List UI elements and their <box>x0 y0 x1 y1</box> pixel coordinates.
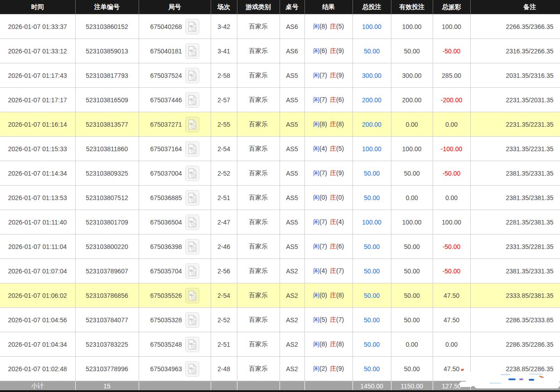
valid-bet-cell: 0.00 <box>391 186 433 210</box>
video-replay-button[interactable] <box>185 215 199 230</box>
time-cell: 2026-01-07 01:14:34 <box>0 161 75 186</box>
table-no-cell: AS6 <box>280 14 304 39</box>
session-cell: 2-54 <box>211 137 237 161</box>
session-cell: 2-54 <box>211 283 237 308</box>
round-no-cell: 675035704 <box>139 259 211 283</box>
table-no-cell: AS2 <box>280 332 304 357</box>
video-replay-button[interactable] <box>185 312 199 328</box>
table-no-cell: AS5 <box>280 210 304 234</box>
table-row[interactable]: 2026-01-07 01:33:37 523103860152 6750402… <box>0 14 560 39</box>
player-result-points: (0) <box>319 292 327 299</box>
round-no-value: 675040181 <box>150 48 182 55</box>
remark-cell: 2381.35/2331.35 <box>470 259 560 283</box>
bet-no-cell: 523103813577 <box>75 112 139 137</box>
table-row[interactable]: 2026-01-07 01:17:43 523103817793 6750375… <box>0 63 560 88</box>
round-no-value: 675037164 <box>150 145 182 153</box>
table-row[interactable]: 2026-01-07 01:04:34 523103783225 6750352… <box>0 332 560 357</box>
result-cell: 闲(0)庄(0) <box>304 186 352 210</box>
game-type-cell: 百家乐 <box>237 88 280 112</box>
video-replay-button[interactable] <box>185 288 199 303</box>
table-row[interactable]: 2026-01-07 01:07:04 523103789607 6750357… <box>0 259 560 283</box>
video-replay-button[interactable] <box>185 166 199 181</box>
game-type-cell: 百家乐 <box>237 63 280 88</box>
video-replay-button[interactable] <box>185 337 199 352</box>
session-cell: 2-51 <box>211 332 237 357</box>
session-cell: 2-57 <box>211 88 237 112</box>
remark-cell: 2266.35/2366.35 <box>470 14 560 39</box>
subtotal-count: 15 <box>75 381 139 391</box>
result-cell: 闲(8)庄(8) <box>304 332 352 357</box>
banker-result-label: 庄 <box>330 340 336 348</box>
table-row[interactable]: 2026-01-07 01:04:56 523103784077 6750353… <box>0 308 560 332</box>
session-cell: 3-42 <box>211 14 237 39</box>
time-cell: 2026-01-07 01:33:12 <box>0 39 75 63</box>
table-row[interactable]: 2026-01-07 01:06:02 523103786856 6750355… <box>0 283 560 308</box>
player-result-points: (2) <box>319 365 327 372</box>
game-type-cell: 百家乐 <box>237 234 280 259</box>
video-replay-button[interactable] <box>185 239 199 254</box>
table-row[interactable]: 2026-01-07 01:14:34 523103809325 6750370… <box>0 161 560 186</box>
player-result-label: 闲 <box>313 96 319 103</box>
video-replay-button[interactable] <box>185 141 199 157</box>
table-row[interactable]: 2026-01-07 01:17:17 523103816509 6750374… <box>0 88 560 112</box>
remark-cell: 2231.35/2231.35 <box>470 112 560 137</box>
artifact-dash <box>519 378 523 380</box>
player-result-label: 闲 <box>313 194 319 201</box>
payout-cell: -200.00 <box>433 88 470 112</box>
table-no-cell: AS2 <box>280 283 304 308</box>
banker-result-points: (7) <box>336 267 344 274</box>
video-replay-button[interactable] <box>185 117 199 132</box>
banker-result-points: (9) <box>336 169 344 177</box>
game-type-cell: 百家乐 <box>237 357 280 381</box>
table-no-cell: AS2 <box>280 357 304 381</box>
video-replay-button[interactable] <box>185 361 199 377</box>
video-replay-button[interactable] <box>185 19 199 34</box>
player-result-points: (7) <box>319 169 327 177</box>
game-type-cell: 百家乐 <box>237 112 280 137</box>
round-no-value: 675035328 <box>150 316 182 324</box>
bet-no-cell: 523103860152 <box>75 14 139 39</box>
session-cell: 2-46 <box>211 234 237 259</box>
video-replay-button[interactable] <box>185 263 199 279</box>
table-no-cell: AS5 <box>280 234 304 259</box>
video-file-icon <box>188 290 197 301</box>
round-no-cell: 675040181 <box>139 39 211 63</box>
table-row[interactable]: 2026-01-07 01:11:40 523103801709 6750365… <box>0 210 560 234</box>
table-row[interactable]: 2026-01-07 01:15:33 523103811860 6750371… <box>0 137 560 161</box>
session-cell: 2-56 <box>211 259 237 283</box>
artifact-dash <box>529 379 534 381</box>
result-cell: 闲(7)庄(9) <box>304 161 352 186</box>
player-result-points: (7) <box>319 218 327 225</box>
session-cell: 2-58 <box>211 63 237 88</box>
video-replay-button[interactable] <box>185 190 199 206</box>
table-row[interactable]: 2026-01-07 01:16:14 523103813577 6750372… <box>0 112 560 137</box>
player-result-label: 闲 <box>313 169 319 177</box>
time-cell: 2026-01-07 01:17:17 <box>0 88 75 112</box>
time-cell: 2026-01-07 01:04:56 <box>0 308 75 332</box>
payout-cell: -50.00 <box>433 234 470 259</box>
result-cell: 闲(5)庄(7) <box>304 308 352 332</box>
video-replay-button[interactable] <box>185 68 199 83</box>
banker-result-points: (7) <box>336 316 344 323</box>
valid-bet-cell: 50.00 <box>391 234 433 259</box>
round-no-value: 675035248 <box>150 341 182 348</box>
column-header-result: 结果 <box>304 0 352 14</box>
session-cell: 2-51 <box>211 186 237 210</box>
video-replay-button[interactable] <box>185 92 199 108</box>
table-row[interactable]: 2026-01-07 01:11:04 523103800220 6750363… <box>0 234 560 259</box>
round-no-cell: 675037004 <box>139 161 211 186</box>
bet-no-cell: 523103784077 <box>75 308 139 332</box>
total-bet-cell: 50.00 <box>352 332 391 357</box>
video-replay-button[interactable] <box>185 43 199 59</box>
payout-cell: 47.50 <box>433 357 470 381</box>
player-result-points: (0) <box>319 194 327 201</box>
valid-bet-cell: 100.00 <box>391 210 433 234</box>
table-row[interactable]: 2026-01-07 01:33:12 523103859013 6750401… <box>0 39 560 63</box>
round-no-cell: 675037524 <box>139 63 211 88</box>
table-row[interactable]: 2026-01-07 01:13:53 523103807512 6750368… <box>0 186 560 210</box>
banker-result-label: 庄 <box>330 72 336 79</box>
total-bet-cell: 50.00 <box>352 186 391 210</box>
game-type-cell: 百家乐 <box>237 308 280 332</box>
banker-result-points: (9) <box>336 72 344 79</box>
result-cell: 闲(4)庄(5) <box>304 137 352 161</box>
